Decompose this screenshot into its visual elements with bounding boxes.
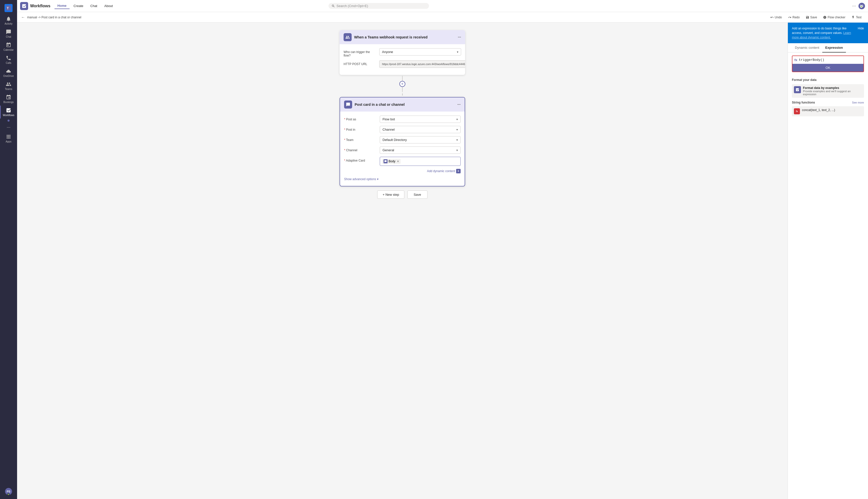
nav-item-about[interactable]: About — [101, 3, 116, 9]
post-as-row: * Post as Flow bot ▾ — [344, 115, 461, 123]
add-dynamic-row: Add dynamic content + — [344, 169, 461, 173]
hide-panel-button[interactable]: Hide — [858, 26, 864, 31]
concat-text: concat(text_1, text_2, ...) — [802, 108, 835, 114]
phone-icon — [6, 55, 11, 61]
teams-icon — [6, 82, 11, 87]
see-more-link[interactable]: See more — [852, 101, 864, 104]
panel-info-text: Add an expression to do basic things lik… — [792, 26, 856, 40]
undo-icon — [770, 15, 774, 19]
canvas-area: When a Teams webhook request is received… — [17, 23, 868, 499]
sidebar-item-workflows[interactable]: Workflows — [0, 106, 17, 119]
arrow-down-icon: ↓ — [401, 92, 404, 96]
team-row: * Team Default Directory ▾ — [344, 136, 461, 144]
toolbar-actions: Undo Redo Save Flow checker Test — [768, 15, 864, 20]
breadcrumb: manual -> Post card in a chat or channel — [27, 15, 82, 19]
post-in-select[interactable]: Channel ▾ — [380, 126, 461, 133]
sidebar-item-activity[interactable]: Activity — [0, 14, 17, 27]
flow-checker-button[interactable]: Flow checker — [820, 15, 848, 20]
undo-button[interactable]: Undo — [768, 15, 785, 20]
tab-expression[interactable]: Expression — [822, 43, 846, 52]
add-dynamic-content-button[interactable]: Add dynamic content + — [427, 169, 461, 173]
redo-button[interactable]: Redo — [785, 15, 802, 20]
save-button[interactable]: Save — [803, 15, 819, 20]
search-box[interactable]: Search (Cmd+Opt+E) — [328, 3, 429, 9]
adaptive-card-row: * Adaptive Card Body ✕ — [344, 157, 461, 166]
concat-row[interactable]: fx concat(text_1, text_2, ...) — [792, 106, 864, 116]
topbar: Workflows Home Create Chat About Search … — [17, 0, 868, 12]
chevron-down-icon: ▾ — [377, 178, 379, 181]
team-select[interactable]: Default Directory ▾ — [380, 136, 461, 144]
team-label: * Team — [344, 136, 377, 142]
action-more-button[interactable]: ··· — [457, 102, 461, 107]
app-logo — [20, 2, 28, 10]
test-button[interactable]: Test — [849, 15, 864, 20]
format-section-title: Format your data — [792, 78, 864, 82]
format-data-card[interactable]: Format data by examples Provide examples… — [792, 84, 864, 98]
more-ellipsis-icon: ··· — [7, 125, 10, 130]
main-area: Workflows Home Create Chat About Search … — [17, 0, 868, 499]
channel-select[interactable]: General ▾ — [380, 146, 461, 154]
nav-item-home[interactable]: Home — [54, 3, 70, 9]
channel-label: * Channel — [344, 146, 377, 152]
add-step-button[interactable]: + — [399, 81, 405, 87]
trigger-who-select[interactable]: Anyone ▾ — [379, 48, 461, 56]
sidebar-item-bookings[interactable]: Bookings — [0, 93, 17, 106]
workflow-toolbar: ← manual -> Post card in a chat or chann… — [17, 12, 868, 23]
user-avatar-container[interactable]: PS — [5, 488, 12, 497]
canvas-save-button[interactable]: Save — [407, 191, 427, 199]
checker-icon — [823, 15, 827, 19]
ms-teams-logo[interactable]: T — [4, 4, 13, 12]
content-area: ← manual -> Post card in a chat or chann… — [17, 12, 868, 499]
channel-chevron-icon: ▾ — [456, 148, 458, 152]
expression-input[interactable] — [799, 58, 861, 62]
new-step-button[interactable]: + New step — [377, 191, 404, 199]
trigger-who-label: Who can trigger the flow? — [344, 48, 376, 57]
calendar-icon — [6, 42, 11, 48]
back-button[interactable]: ← — [21, 15, 25, 20]
post-as-chevron-icon: ▾ — [456, 118, 458, 121]
show-advanced-button[interactable]: Show advanced options ▾ — [344, 177, 461, 182]
search-placeholder: Search (Cmd+Opt+E) — [337, 4, 368, 8]
topbar-avatar[interactable]: PS — [858, 3, 865, 9]
trigger-card-header: When a Teams webhook request is received… — [339, 30, 465, 44]
action-card-body: * Post as Flow bot ▾ * Post in — [340, 112, 464, 186]
panel-tabs: Dynamic content Expression — [788, 43, 868, 52]
concat-icon: fx — [794, 108, 800, 114]
sidebar-item-apps[interactable]: Apps — [0, 132, 17, 145]
sidebar-item-chat[interactable]: Chat — [0, 27, 17, 40]
redo-icon — [788, 15, 791, 19]
bookings-icon — [6, 95, 11, 100]
sidebar-item-onedrive[interactable]: OneDrive — [0, 66, 17, 80]
trigger-card-title: When a Teams webhook request is received — [354, 35, 427, 39]
fx-label: fx — [794, 58, 797, 62]
action-card-title: Post card in a chat or channel — [355, 102, 405, 107]
sidebar-item-calendar[interactable]: Calendar — [0, 40, 17, 53]
body-badge-close[interactable]: ✕ — [397, 160, 399, 163]
expression-ok-button[interactable]: OK — [792, 64, 864, 72]
topbar-more-icon[interactable]: ··· — [852, 3, 856, 9]
tab-dynamic-content[interactable]: Dynamic content — [792, 43, 822, 52]
post-as-select[interactable]: Flow bot ▾ — [380, 115, 461, 123]
trigger-http-row: HTTP POST URL https://prod-187.westus.lo… — [344, 60, 461, 68]
action-icon — [344, 100, 352, 109]
adaptive-card-field[interactable]: Body ✕ — [380, 157, 461, 166]
post-in-chevron-icon: ▾ — [456, 128, 458, 131]
sidebar-item-label: Calls — [6, 62, 11, 64]
add-dynamic-icon: + — [456, 169, 461, 173]
post-as-label: * Post as — [344, 115, 377, 121]
sidebar-item-label: OneDrive — [3, 75, 14, 77]
search-icon — [332, 4, 335, 8]
trigger-more-button[interactable]: ··· — [458, 35, 461, 39]
flow-actions: + New step Save — [377, 191, 427, 199]
sidebar-item-teams[interactable]: Teams — [0, 80, 17, 93]
sidebar-item-calls[interactable]: Calls — [0, 53, 17, 66]
sidebar-item-label: Bookings — [3, 101, 14, 104]
test-icon — [852, 15, 855, 19]
sidebar-item-more[interactable]: ··· — [0, 123, 17, 132]
format-data-icon — [794, 86, 801, 93]
nav-item-chat[interactable]: Chat — [87, 3, 100, 9]
sidebar-item-label: Apps — [6, 140, 12, 143]
trigger-icon — [344, 33, 352, 41]
nav-item-create[interactable]: Create — [71, 3, 86, 9]
connector-line — [402, 87, 402, 92]
